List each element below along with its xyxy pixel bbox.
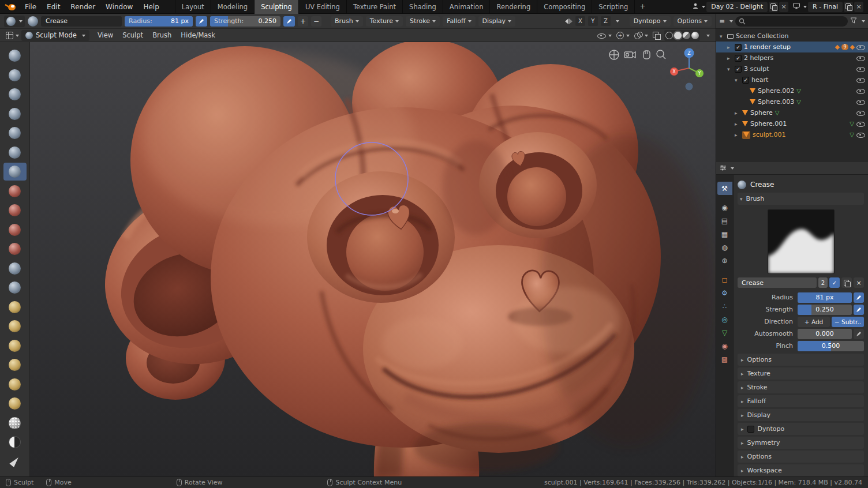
axis-neg-z-handle[interactable] xyxy=(686,83,693,91)
blender-logo-icon[interactable] xyxy=(0,3,20,11)
mode-dropdown[interactable]: Sculpt Mode xyxy=(21,30,89,41)
overlays-popover[interactable] xyxy=(632,30,650,41)
radius-slider[interactable]: 81 px xyxy=(798,292,852,303)
eye-icon[interactable] xyxy=(856,43,865,51)
xray-toggle[interactable] xyxy=(650,30,663,41)
strength-slider[interactable]: 0.250 xyxy=(798,305,852,315)
tab-particles[interactable]: ∴ xyxy=(717,299,732,313)
eye-icon[interactable] xyxy=(856,98,865,106)
workspace-tab-animation[interactable]: Animation xyxy=(443,0,491,14)
radius-pressure-toggle[interactable] xyxy=(854,292,864,303)
outliner-row-heart[interactable]: ▾ heart xyxy=(716,74,868,85)
delete-brush-button[interactable]: × xyxy=(854,277,864,288)
tool-pinch[interactable] xyxy=(3,260,27,277)
eye-icon[interactable] xyxy=(856,76,865,84)
tab-render[interactable]: ◉ xyxy=(717,201,732,214)
shading-material-toggle[interactable] xyxy=(683,32,690,39)
outliner-search-input[interactable] xyxy=(735,16,848,27)
menu-view[interactable]: View xyxy=(93,31,118,39)
view-layer-caret-icon[interactable] xyxy=(803,6,807,10)
tab-scene[interactable]: ◍ xyxy=(717,241,732,254)
editor-type-caret-icon[interactable] xyxy=(731,167,734,171)
eye-icon[interactable] xyxy=(856,65,865,73)
tool-annotate[interactable] xyxy=(3,453,27,471)
collection-checkbox[interactable] xyxy=(735,44,742,51)
menu-file[interactable]: File xyxy=(20,0,42,14)
tool-elastic-deform[interactable] xyxy=(3,298,27,316)
panel-workspace[interactable]: ▸Workspace xyxy=(738,464,864,476)
dyntopo-popover[interactable]: Dyntopo xyxy=(630,16,671,27)
tool-crease[interactable] xyxy=(3,163,27,181)
collection-checkbox[interactable] xyxy=(735,55,742,62)
falloff-popover[interactable]: Falloff xyxy=(443,16,475,27)
strength-pressure-toggle[interactable] xyxy=(854,305,864,315)
object-visibility-popover[interactable] xyxy=(595,30,614,41)
view-layer-copy-button[interactable] xyxy=(844,2,853,12)
view-layer-remove-button[interactable]: × xyxy=(854,2,863,12)
eye-icon[interactable] xyxy=(856,109,865,117)
scene-name-field[interactable]: Day 02 - Delight xyxy=(706,2,768,12)
tool-rotate[interactable] xyxy=(3,395,27,412)
tool-grab[interactable] xyxy=(3,279,27,296)
options-popover[interactable]: Options xyxy=(674,16,712,27)
brush-popover[interactable]: Brush xyxy=(331,16,363,27)
brush-selector-button[interactable] xyxy=(4,16,25,27)
scene-unlink-button[interactable]: × xyxy=(779,2,788,12)
strength-pressure-toggle[interactable] xyxy=(283,16,295,27)
autosmooth-pressure-toggle[interactable] xyxy=(854,329,864,339)
tool-mask[interactable] xyxy=(3,414,27,432)
workspace-tab-modeling[interactable]: Modeling xyxy=(211,0,255,14)
tool-box-mask[interactable] xyxy=(3,433,27,451)
collection-checkbox[interactable] xyxy=(735,66,742,73)
editor-type-button[interactable] xyxy=(3,32,21,39)
tool-scrape[interactable] xyxy=(3,240,27,258)
radius-slider[interactable]: Radius: 81 px xyxy=(125,16,193,27)
workspace-tab-shading[interactable]: Shading xyxy=(403,0,443,14)
tab-output[interactable]: ▤ xyxy=(717,214,732,227)
display-popover[interactable]: Display xyxy=(478,16,516,27)
panel-symmetry[interactable]: ▸Symmetry xyxy=(738,437,864,449)
users-count-chip[interactable]: 2 xyxy=(818,277,828,288)
menu-hide-mask[interactable]: Hide/Mask xyxy=(176,31,220,39)
panel-options[interactable]: ▸Options xyxy=(738,354,864,366)
outliner-row-sculpt-collection[interactable]: ▾ 3 sculpt xyxy=(716,63,868,74)
tool-inflate[interactable] xyxy=(3,124,27,142)
viewport-canvas[interactable]: X Y Z xyxy=(30,42,716,476)
active-brush-icon[interactable] xyxy=(28,16,38,27)
mirror-z-toggle[interactable]: Z xyxy=(601,16,611,26)
symmetry-caret-icon[interactable] xyxy=(616,20,619,24)
menu-edit[interactable]: Edit xyxy=(42,0,65,14)
eye-icon[interactable] xyxy=(856,87,865,95)
stroke-popover[interactable]: Stroke xyxy=(406,16,440,27)
tool-thumb[interactable] xyxy=(3,337,27,355)
tab-view-layer[interactable]: ▦ xyxy=(717,227,732,241)
tool-layer[interactable] xyxy=(3,105,27,123)
direction-add-button[interactable]: + xyxy=(298,16,308,27)
tool-flatten[interactable] xyxy=(3,201,27,219)
outliner-row-sphere-003[interactable]: Sphere.003 ▽ xyxy=(716,96,868,107)
tab-world[interactable]: ⊕ xyxy=(717,254,732,267)
properties-editor-icon[interactable] xyxy=(720,164,727,172)
brush-panel-header[interactable]: ▾ Brush xyxy=(738,193,864,205)
workspace-tab-compositing[interactable]: Compositing xyxy=(537,0,592,14)
tool-nudge[interactable] xyxy=(3,376,27,393)
eye-icon[interactable] xyxy=(856,120,865,127)
collection-checkbox[interactable] xyxy=(742,77,749,84)
view-layer-name-field[interactable]: R - Final xyxy=(808,2,843,12)
direction-subtract-button[interactable]: − xyxy=(311,16,321,27)
editor-type-caret-icon[interactable] xyxy=(729,20,733,24)
tab-active-tool[interactable]: ⚒ xyxy=(717,182,732,195)
brush-name-field[interactable]: Crease xyxy=(41,16,122,27)
3d-viewport[interactable]: X Y Z xyxy=(30,42,716,476)
tool-draw[interactable] xyxy=(3,47,27,65)
tool-smooth[interactable] xyxy=(3,182,27,200)
strength-slider[interactable]: Strength: 0.250 xyxy=(210,16,280,27)
eye-icon[interactable] xyxy=(856,131,865,138)
duplicate-brush-button[interactable] xyxy=(841,277,852,288)
panel-stroke[interactable]: ▸Stroke xyxy=(738,381,864,393)
outliner-row-sphere-002[interactable]: Sphere.002 ▽ xyxy=(716,85,868,96)
menu-render[interactable]: Render xyxy=(65,0,100,14)
tool-blob[interactable] xyxy=(3,144,27,162)
outliner-editor-icon[interactable]: ≡ xyxy=(719,17,725,25)
autosmooth-slider[interactable]: 0.000 xyxy=(798,329,852,339)
